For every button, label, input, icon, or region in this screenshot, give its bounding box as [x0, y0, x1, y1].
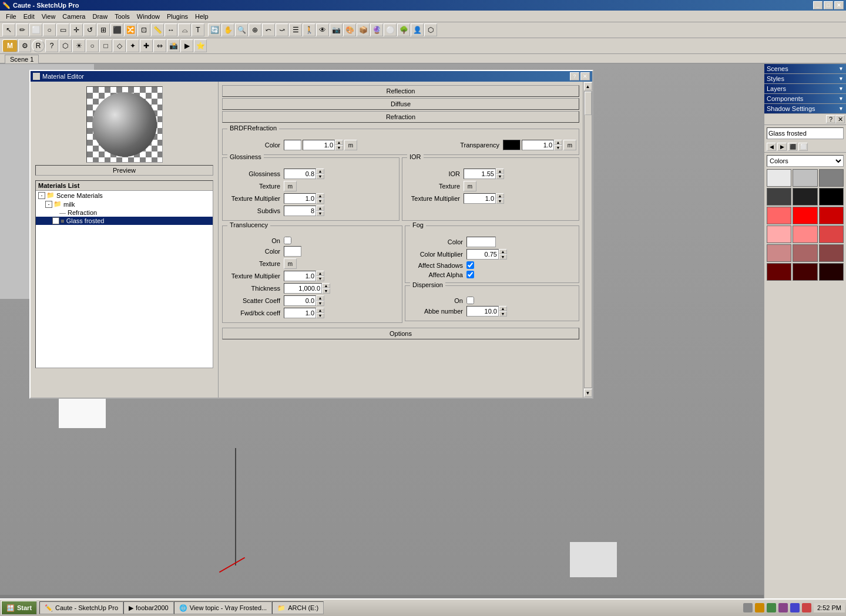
- icon-btn-4[interactable]: ⬜: [798, 143, 808, 151]
- reflection-btn[interactable]: Reflection: [222, 85, 579, 97]
- minimize-button[interactable]: _: [813, 1, 822, 9]
- gloss-tex-mult-value[interactable]: [284, 193, 316, 204]
- panel-components-header[interactable]: Components ▼: [764, 94, 846, 103]
- tool-v2[interactable]: ⬡: [59, 39, 72, 52]
- expand-icon-milk[interactable]: -: [45, 201, 52, 208]
- tool-extra[interactable]: ⬡: [424, 23, 437, 36]
- color-swatch-0[interactable]: [767, 169, 791, 187]
- brdf-color-box[interactable]: [284, 140, 301, 150]
- scatter-value[interactable]: [284, 295, 316, 306]
- tool-move[interactable]: ✛: [70, 23, 83, 36]
- tool-walk[interactable]: 🚶: [303, 23, 315, 36]
- tool-zoom-all[interactable]: ⊕: [249, 23, 261, 36]
- panel-styles-expand[interactable]: ▼: [838, 76, 844, 82]
- color-swatch-1[interactable]: [793, 169, 817, 187]
- tool-render2[interactable]: ⭐: [194, 39, 207, 52]
- tool-circle[interactable]: ○: [43, 23, 56, 36]
- materials-list[interactable]: Materials List - 📁 Scene Materials - 📁: [35, 180, 213, 368]
- subdivs-up[interactable]: ▲: [316, 206, 324, 211]
- color-swatch-11[interactable]: [819, 225, 844, 243]
- gloss-tex-mult-up[interactable]: ▲: [316, 193, 324, 198]
- scatter-up[interactable]: ▲: [316, 295, 324, 301]
- panel-close-btn[interactable]: ✕: [835, 115, 845, 123]
- dispersion-on-checkbox[interactable]: [466, 297, 474, 304]
- fwd-bck-up[interactable]: ▲: [316, 308, 324, 313]
- color-swatch-2[interactable]: [819, 169, 844, 187]
- color-swatch-12[interactable]: [767, 244, 791, 262]
- color-swatch-7[interactable]: [793, 207, 817, 224]
- brdf-transparency-m-btn[interactable]: m: [563, 140, 576, 150]
- menu-edit[interactable]: Edit: [20, 12, 38, 21]
- thickness-up[interactable]: ▲: [322, 283, 330, 288]
- fog-mult-down[interactable]: ▼: [499, 254, 507, 260]
- trans-tex-mult-up[interactable]: ▲: [316, 271, 324, 276]
- thickness-down[interactable]: ▼: [322, 288, 330, 294]
- close-button[interactable]: ✕: [834, 1, 844, 9]
- trans-on-checkbox[interactable]: [284, 237, 291, 244]
- color-swatch-8[interactable]: [819, 207, 844, 224]
- panel-shadow-header[interactable]: Shadow Settings ▼: [764, 104, 846, 113]
- colors-dropdown[interactable]: Colors: [767, 155, 844, 167]
- color-swatch-10[interactable]: [793, 225, 817, 243]
- tool-person[interactable]: 👤: [411, 23, 424, 36]
- abbe-value[interactable]: [466, 306, 499, 317]
- expand-icon-glass[interactable]: +: [52, 217, 59, 224]
- tool-push[interactable]: ⬛: [110, 23, 123, 36]
- ior-texture-m-btn[interactable]: m: [464, 181, 476, 191]
- panel-help-btn[interactable]: ?: [826, 115, 835, 123]
- brdf-transparency-spin-up[interactable]: ▲: [554, 140, 562, 145]
- fwd-bck-value[interactable]: [284, 308, 316, 318]
- color-swatch-5[interactable]: [819, 188, 844, 206]
- thickness-value[interactable]: [284, 283, 322, 294]
- tool-pos-cam[interactable]: 📷: [330, 23, 343, 36]
- tool-v1[interactable]: ⚙: [18, 39, 31, 52]
- menu-tools[interactable]: Tools: [111, 12, 133, 21]
- icon-btn-2[interactable]: ▶: [777, 143, 787, 151]
- tool-scale[interactable]: ⊞: [97, 23, 110, 36]
- tool-tape[interactable]: 📏: [151, 23, 164, 36]
- tree-item-glass-frosted[interactable]: + ■ Glass frosted: [36, 217, 213, 225]
- color-swatch-15[interactable]: [767, 263, 791, 281]
- tool-prev-view[interactable]: ⤺: [262, 23, 275, 36]
- refraction-section-btn[interactable]: Refraction: [222, 111, 579, 123]
- options-btn[interactable]: Options: [222, 328, 579, 339]
- brdf-transparency-spin-down[interactable]: ▼: [554, 145, 562, 150]
- tool-rotate[interactable]: ↺: [83, 23, 96, 36]
- color-swatch-14[interactable]: [819, 244, 844, 262]
- tool-sun[interactable]: ☀: [72, 39, 85, 52]
- brdf-color-multiplier[interactable]: [303, 140, 335, 150]
- gloss-texture-m-btn[interactable]: m: [284, 181, 297, 191]
- color-swatch-16[interactable]: [793, 263, 817, 281]
- tool-offset[interactable]: ⊡: [137, 23, 150, 36]
- mat-right-content[interactable]: Reflection Diffuse Refraction BRDFRefrac…: [219, 82, 583, 398]
- menu-camera[interactable]: Camera: [59, 12, 89, 21]
- tool-rect[interactable]: ▭: [56, 23, 69, 36]
- icon-btn-1[interactable]: ◀: [767, 143, 776, 151]
- tool-m[interactable]: M: [2, 39, 18, 52]
- tool-diamond[interactable]: ◇: [113, 39, 126, 52]
- tool-cross[interactable]: ✚: [140, 39, 153, 52]
- trans-tex-mult-down[interactable]: ▼: [316, 276, 324, 281]
- tool-dim[interactable]: ↔: [164, 23, 177, 36]
- menu-plugins[interactable]: Plugins: [163, 12, 192, 21]
- color-swatch-9[interactable]: [767, 225, 791, 243]
- abbe-down[interactable]: ▼: [499, 311, 507, 317]
- brdf-transparency-value[interactable]: [522, 140, 554, 150]
- glossiness-spin-down[interactable]: ▼: [316, 174, 324, 179]
- color-swatch-3[interactable]: [767, 188, 791, 206]
- menu-help[interactable]: Help: [192, 12, 212, 21]
- brdf-color-spin-down[interactable]: ▼: [335, 145, 343, 150]
- tool-tree[interactable]: 🌳: [397, 23, 410, 36]
- tool-sky[interactable]: ⚪: [384, 23, 397, 36]
- glossiness-spin-up[interactable]: ▲: [316, 169, 324, 174]
- gloss-tex-mult-down[interactable]: ▼: [316, 198, 324, 204]
- menu-file[interactable]: File: [2, 12, 20, 21]
- ior-spin-up[interactable]: ▲: [496, 169, 504, 174]
- start-button[interactable]: 🪟 Start: [1, 601, 37, 615]
- tool-r[interactable]: R: [32, 39, 45, 52]
- taskbar-item-sketchup[interactable]: ✏️ Caute - SketchUp Pro: [39, 601, 123, 614]
- tool-follow[interactable]: 🔀: [124, 23, 137, 36]
- tool-zoom[interactable]: 🔍: [235, 23, 248, 36]
- tool-render1[interactable]: ▶: [180, 39, 193, 52]
- tool-text[interactable]: T: [192, 23, 204, 36]
